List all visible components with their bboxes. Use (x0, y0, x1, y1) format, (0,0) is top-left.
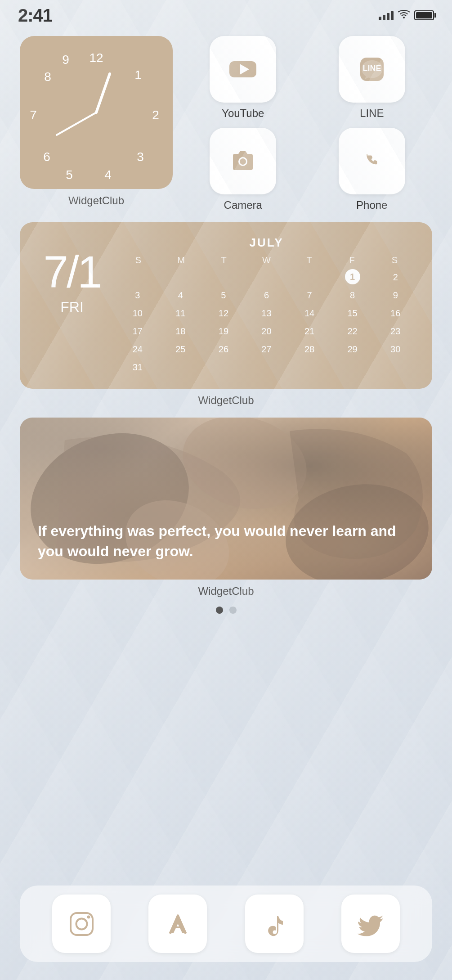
calendar-date-section: 7/1 FRI (36, 236, 108, 315)
svg-text:7: 7 (30, 108, 37, 122)
app-icons-section: YouTube LINE LINE LINE (183, 36, 432, 211)
calendar-grid: JULY S M T W T F S 1 (117, 236, 416, 375)
clock-widget[interactable]: 12 1 2 3 4 5 6 7 8 9 (20, 36, 173, 189)
page-dots (20, 607, 432, 614)
youtube-icon (227, 53, 259, 85)
line-icon-bg[interactable]: LINE LINE (339, 36, 405, 103)
cal-day-24: 24 (117, 341, 158, 357)
cal-header-t2: T (288, 255, 331, 265)
calendar-widget[interactable]: 7/1 FRI JULY S M T W T F S (20, 222, 432, 389)
dock-twitter[interactable] (341, 895, 400, 953)
calendar-widget-container[interactable]: 7/1 FRI JULY S M T W T F S (20, 222, 432, 407)
status-bar: 2:41 (0, 0, 452, 27)
svg-line-11 (96, 74, 110, 112)
cal-day-23: 23 (375, 323, 416, 339)
cal-day-25: 25 (160, 341, 201, 357)
dock-instagram[interactable] (52, 895, 111, 953)
phone-icon (356, 145, 388, 177)
page-dot-2[interactable] (229, 607, 237, 614)
status-icons (379, 9, 434, 22)
dock (20, 886, 432, 962)
cal-day-19: 19 (203, 323, 244, 339)
wifi-icon (398, 9, 410, 22)
appstore-icon (163, 909, 192, 939)
svg-text:9: 9 (62, 53, 69, 67)
cal-day-18: 18 (160, 323, 201, 339)
svg-text:1: 1 (134, 68, 142, 82)
cal-day-empty-1 (117, 269, 158, 285)
camera-label: Camera (224, 199, 262, 211)
svg-text:8: 8 (44, 70, 51, 84)
youtube-label: YouTube (222, 107, 264, 120)
phone-icon-bg[interactable] (339, 128, 405, 194)
app-item-phone[interactable]: Phone (312, 128, 433, 211)
clock-widget-label: WidgetClub (20, 194, 173, 207)
cal-header-s2: S (373, 255, 416, 265)
svg-text:6: 6 (43, 150, 50, 164)
svg-text:5: 5 (66, 168, 73, 182)
calendar-widget-label: WidgetClub (20, 394, 432, 407)
cal-day-8: 8 (332, 287, 373, 303)
quote-widget-label: WidgetClub (20, 585, 432, 598)
cal-day-29: 29 (332, 341, 373, 357)
cal-day-14: 14 (289, 305, 330, 321)
cal-header-m: M (160, 255, 202, 265)
cal-day-empty-3 (203, 269, 244, 285)
cal-day-20: 20 (246, 323, 287, 339)
calendar-big-date: 7/1 (43, 249, 100, 294)
calendar-month: JULY (117, 236, 416, 250)
signal-icon (379, 10, 394, 20)
quote-widget-container[interactable]: If everything was perfect, you would nev… (20, 418, 432, 598)
dock-appstore[interactable] (148, 895, 207, 953)
app-item-youtube[interactable]: YouTube (183, 36, 304, 120)
quote-widget[interactable]: If everything was perfect, you would nev… (20, 418, 432, 580)
main-content: 12 1 2 3 4 5 6 7 8 9 WidgetClub (0, 27, 452, 614)
cal-day-21: 21 (289, 323, 330, 339)
quote-text: If everything was perfect, you would nev… (38, 521, 414, 562)
youtube-icon-bg[interactable] (210, 36, 276, 103)
cal-day-16: 16 (375, 305, 416, 321)
cal-day-empty-4 (246, 269, 287, 285)
camera-icon (227, 145, 259, 177)
calendar-days: 1 2 3 4 5 6 7 8 9 10 11 12 13 14 15 (117, 269, 416, 375)
dock-tiktok[interactable] (245, 895, 304, 953)
battery-icon (414, 10, 434, 20)
svg-line-10 (57, 112, 96, 135)
app-item-line[interactable]: LINE LINE LINE (312, 36, 433, 120)
cal-day-4: 4 (160, 287, 201, 303)
cal-day-7: 7 (289, 287, 330, 303)
cal-day-12: 12 (203, 305, 244, 321)
svg-point-25 (87, 915, 90, 918)
instagram-icon (67, 909, 96, 939)
svg-text:2: 2 (152, 108, 159, 122)
cal-day-empty-2 (160, 269, 201, 285)
cal-day-6: 6 (246, 287, 287, 303)
phone-label: Phone (356, 199, 387, 211)
cal-day-2: 2 (375, 269, 416, 285)
cal-day-5: 5 (203, 287, 244, 303)
svg-text:LINE: LINE (362, 64, 381, 73)
cal-day-26: 26 (203, 341, 244, 357)
clock-widget-container[interactable]: 12 1 2 3 4 5 6 7 8 9 WidgetClub (20, 36, 173, 211)
cal-day-22: 22 (332, 323, 373, 339)
cal-day-31: 31 (117, 359, 158, 375)
cal-header-t1: T (202, 255, 245, 265)
clock-face: 12 1 2 3 4 5 6 7 8 9 (20, 36, 173, 189)
cal-day-10: 10 (117, 305, 158, 321)
svg-text:12: 12 (89, 51, 103, 65)
cal-day-1: 1 (345, 269, 360, 284)
cal-day-28: 28 (289, 341, 330, 357)
twitter-icon (356, 909, 385, 939)
svg-text:3: 3 (137, 150, 144, 164)
camera-icon-bg[interactable] (210, 128, 276, 194)
page-dot-1[interactable] (216, 607, 223, 614)
svg-point-18 (240, 158, 246, 165)
cal-header-f: F (331, 255, 373, 265)
line-icon: LINE LINE (356, 53, 388, 85)
calendar-day-name: FRI (60, 299, 84, 315)
line-label: LINE (360, 107, 384, 120)
cal-day-3: 3 (117, 287, 158, 303)
app-item-camera[interactable]: Camera (183, 128, 304, 211)
svg-point-24 (76, 918, 87, 929)
cal-header-s1: S (117, 255, 160, 265)
